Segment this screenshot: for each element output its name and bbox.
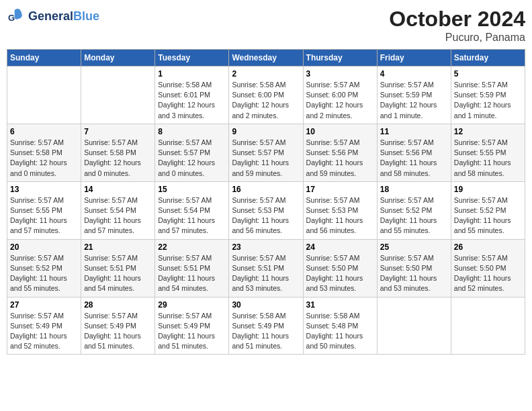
- table-row: [7, 66, 81, 124]
- day-info: Sunrise: 5:57 AMSunset: 5:58 PMDaylight:…: [84, 138, 152, 179]
- day-info: Sunrise: 5:57 AMSunset: 5:58 PMDaylight:…: [10, 138, 78, 179]
- day-info: Sunrise: 5:57 AMSunset: 5:59 PMDaylight:…: [380, 80, 448, 121]
- table-row: 17Sunrise: 5:57 AMSunset: 5:53 PMDayligh…: [303, 181, 377, 239]
- day-number: 23: [232, 242, 300, 252]
- day-info: Sunrise: 5:58 AMSunset: 6:01 PMDaylight:…: [158, 80, 226, 121]
- header-row: SundayMondayTuesdayWednesdayThursdayFrid…: [7, 50, 525, 66]
- calendar-table: SundayMondayTuesdayWednesdayThursdayFrid…: [7, 49, 525, 355]
- day-info: Sunrise: 5:57 AMSunset: 5:54 PMDaylight:…: [84, 195, 152, 236]
- day-info: Sunrise: 5:57 AMSunset: 5:51 PMDaylight:…: [84, 253, 152, 294]
- day-info: Sunrise: 5:57 AMSunset: 5:56 PMDaylight:…: [306, 138, 374, 179]
- day-number: 2: [232, 69, 300, 79]
- table-row: 26Sunrise: 5:57 AMSunset: 5:50 PMDayligh…: [451, 239, 525, 297]
- table-row: 25Sunrise: 5:57 AMSunset: 5:50 PMDayligh…: [377, 239, 451, 297]
- day-info: Sunrise: 5:57 AMSunset: 5:51 PMDaylight:…: [232, 253, 300, 294]
- day-header-saturday: Saturday: [451, 50, 525, 66]
- day-number: 26: [454, 242, 522, 252]
- day-info: Sunrise: 5:57 AMSunset: 5:49 PMDaylight:…: [158, 311, 226, 352]
- table-row: 13Sunrise: 5:57 AMSunset: 5:55 PMDayligh…: [7, 181, 81, 239]
- day-info: Sunrise: 5:57 AMSunset: 5:57 PMDaylight:…: [158, 138, 226, 179]
- day-info: Sunrise: 5:57 AMSunset: 5:55 PMDaylight:…: [10, 195, 78, 236]
- table-row: 22Sunrise: 5:57 AMSunset: 5:51 PMDayligh…: [155, 239, 229, 297]
- day-info: Sunrise: 5:57 AMSunset: 5:55 PMDaylight:…: [454, 138, 522, 179]
- table-row: 20Sunrise: 5:57 AMSunset: 5:52 PMDayligh…: [7, 239, 81, 297]
- day-number: 3: [306, 69, 374, 79]
- day-info: Sunrise: 5:57 AMSunset: 5:53 PMDaylight:…: [306, 195, 374, 236]
- day-number: 5: [454, 69, 522, 79]
- day-header-thursday: Thursday: [303, 50, 377, 66]
- table-row: 4Sunrise: 5:57 AMSunset: 5:59 PMDaylight…: [377, 66, 451, 124]
- day-number: 24: [306, 242, 374, 252]
- day-info: Sunrise: 5:58 AMSunset: 6:00 PMDaylight:…: [232, 80, 300, 121]
- day-number: 12: [454, 127, 522, 136]
- table-row: 28Sunrise: 5:57 AMSunset: 5:49 PMDayligh…: [81, 297, 155, 355]
- day-number: 13: [10, 185, 78, 194]
- day-info: Sunrise: 5:57 AMSunset: 5:56 PMDaylight:…: [380, 138, 448, 179]
- day-number: 25: [380, 242, 448, 252]
- day-info: Sunrise: 5:57 AMSunset: 5:49 PMDaylight:…: [84, 311, 152, 352]
- day-info: Sunrise: 5:57 AMSunset: 5:52 PMDaylight:…: [380, 195, 448, 236]
- day-header-monday: Monday: [81, 50, 155, 66]
- day-header-friday: Friday: [377, 50, 451, 66]
- location-title: Pucuro, Panama: [389, 32, 525, 44]
- day-info: Sunrise: 5:57 AMSunset: 5:51 PMDaylight:…: [158, 253, 226, 294]
- table-row: 10Sunrise: 5:57 AMSunset: 5:56 PMDayligh…: [303, 124, 377, 181]
- calendar-week-4: 20Sunrise: 5:57 AMSunset: 5:52 PMDayligh…: [7, 239, 525, 297]
- day-number: 21: [84, 242, 152, 252]
- day-info: Sunrise: 5:57 AMSunset: 6:00 PMDaylight:…: [306, 80, 374, 121]
- day-number: 11: [380, 127, 448, 136]
- day-info: Sunrise: 5:58 AMSunset: 5:49 PMDaylight:…: [232, 311, 300, 352]
- day-header-sunday: Sunday: [7, 50, 81, 66]
- table-row: 14Sunrise: 5:57 AMSunset: 5:54 PMDayligh…: [81, 181, 155, 239]
- day-info: Sunrise: 5:57 AMSunset: 5:49 PMDaylight:…: [10, 311, 78, 352]
- logo-icon: G: [8, 7, 27, 26]
- table-row: 24Sunrise: 5:57 AMSunset: 5:50 PMDayligh…: [303, 239, 377, 297]
- table-row: 21Sunrise: 5:57 AMSunset: 5:51 PMDayligh…: [81, 239, 155, 297]
- day-number: 14: [84, 185, 152, 194]
- day-number: 19: [454, 185, 522, 194]
- day-info: Sunrise: 5:57 AMSunset: 5:50 PMDaylight:…: [454, 253, 522, 294]
- table-row: 2Sunrise: 5:58 AMSunset: 6:00 PMDaylight…: [229, 66, 303, 124]
- table-row: 1Sunrise: 5:58 AMSunset: 6:01 PMDaylight…: [155, 66, 229, 124]
- day-info: Sunrise: 5:57 AMSunset: 5:50 PMDaylight:…: [380, 253, 448, 294]
- table-row: 27Sunrise: 5:57 AMSunset: 5:49 PMDayligh…: [7, 297, 81, 355]
- table-row: 31Sunrise: 5:58 AMSunset: 5:48 PMDayligh…: [303, 297, 377, 355]
- day-number: 31: [306, 300, 374, 310]
- table-row: [81, 66, 155, 124]
- table-row: 6Sunrise: 5:57 AMSunset: 5:58 PMDaylight…: [7, 124, 81, 181]
- table-row: 8Sunrise: 5:57 AMSunset: 5:57 PMDaylight…: [155, 124, 229, 181]
- table-row: [451, 297, 525, 355]
- day-info: Sunrise: 5:57 AMSunset: 5:52 PMDaylight:…: [454, 195, 522, 236]
- table-row: 7Sunrise: 5:57 AMSunset: 5:58 PMDaylight…: [81, 124, 155, 181]
- day-header-tuesday: Tuesday: [155, 50, 229, 66]
- day-info: Sunrise: 5:57 AMSunset: 5:53 PMDaylight:…: [232, 195, 300, 236]
- table-row: 29Sunrise: 5:57 AMSunset: 5:49 PMDayligh…: [155, 297, 229, 355]
- day-number: 22: [158, 242, 226, 252]
- day-number: 8: [158, 127, 226, 136]
- calendar-week-5: 27Sunrise: 5:57 AMSunset: 5:49 PMDayligh…: [7, 297, 525, 355]
- table-row: 19Sunrise: 5:57 AMSunset: 5:52 PMDayligh…: [451, 181, 525, 239]
- day-info: Sunrise: 5:57 AMSunset: 5:54 PMDaylight:…: [158, 195, 226, 236]
- table-row: 15Sunrise: 5:57 AMSunset: 5:54 PMDayligh…: [155, 181, 229, 239]
- day-number: 30: [232, 300, 300, 310]
- day-number: 6: [10, 127, 78, 136]
- day-number: 9: [232, 127, 300, 136]
- table-row: 9Sunrise: 5:57 AMSunset: 5:57 PMDaylight…: [229, 124, 303, 181]
- table-row: 16Sunrise: 5:57 AMSunset: 5:53 PMDayligh…: [229, 181, 303, 239]
- logo-blue-text: Blue: [73, 9, 99, 23]
- calendar-week-2: 6Sunrise: 5:57 AMSunset: 5:58 PMDaylight…: [7, 124, 525, 181]
- month-title: October 2024: [389, 7, 525, 32]
- day-number: 29: [158, 300, 226, 310]
- day-header-wednesday: Wednesday: [229, 50, 303, 66]
- day-number: 17: [306, 185, 374, 194]
- svg-text:G: G: [8, 13, 15, 23]
- calendar-week-3: 13Sunrise: 5:57 AMSunset: 5:55 PMDayligh…: [7, 181, 525, 239]
- day-number: 20: [10, 242, 78, 252]
- day-number: 4: [380, 69, 448, 79]
- day-info: Sunrise: 5:57 AMSunset: 5:59 PMDaylight:…: [454, 80, 522, 121]
- table-row: 18Sunrise: 5:57 AMSunset: 5:52 PMDayligh…: [377, 181, 451, 239]
- header: G GeneralBlue October 2024 Pucuro, Panam…: [7, 7, 525, 44]
- table-row: 5Sunrise: 5:57 AMSunset: 5:59 PMDaylight…: [451, 66, 525, 124]
- logo: G GeneralBlue: [7, 7, 99, 26]
- day-number: 16: [232, 185, 300, 194]
